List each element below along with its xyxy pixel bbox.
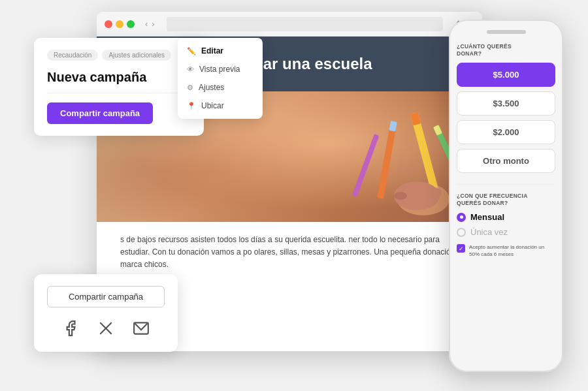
social-share-icons <box>47 317 165 340</box>
svg-rect-5 <box>389 121 397 132</box>
radio-once-dot <box>457 228 466 237</box>
phone-content: ¿CUÁNTO QUERÉSDONAR? $5.000 $3.500 $2.00… <box>449 43 563 258</box>
forward-arrow-icon[interactable]: › <box>152 19 154 29</box>
amount-section-label: ¿CUÁNTO QUERÉSDONAR? <box>457 43 555 57</box>
radio-once-label: Única vez <box>470 227 508 237</box>
radio-mensual-dot <box>457 213 466 222</box>
increase-donation-checkbox[interactable]: Acepto aumentar la donación un 50% cada … <box>457 243 555 258</box>
frequency-section-label: ¿CON QUE FRECUENCIAQUERÉS DONAR? <box>457 193 555 207</box>
settings-icon: ⚙ <box>187 84 193 92</box>
svg-rect-2 <box>410 112 421 125</box>
phone-notch <box>487 30 526 34</box>
dropdown-item-preview[interactable]: 👁 Vista previa <box>178 60 263 78</box>
share-popup: Compartir campaña <box>34 274 178 352</box>
dropdown-label-preview: Vista previa <box>199 65 240 74</box>
phone-divider <box>457 184 555 185</box>
edit-icon: ✏️ <box>187 47 196 55</box>
radio-mensual-label: Mensual <box>470 212 504 222</box>
breadcrumb-item-2: Ajustes adicionales <box>102 50 171 61</box>
minimize-dot[interactable] <box>116 20 123 28</box>
dropdown-item-edit[interactable]: ✏️ Editar <box>178 42 263 60</box>
frequency-mensual[interactable]: Mensual <box>457 212 555 222</box>
mobile-phone: ¿CUÁNTO QUERÉSDONAR? $5.000 $3.500 $2.00… <box>449 20 563 372</box>
dropdown-item-locate[interactable]: 📍 Ubicar <box>178 97 263 115</box>
dropdown-label-locate: Ubicar <box>201 101 224 110</box>
breadcrumb-item-1: Recaudación <box>47 50 98 61</box>
checkbox-label: Acepto aumentar la donación un 50% cada … <box>469 243 555 258</box>
location-icon: 📍 <box>187 102 196 110</box>
window-controls <box>105 20 135 28</box>
facebook-share-icon[interactable] <box>59 317 82 340</box>
donation-amount-5000[interactable]: $5.000 <box>457 63 555 87</box>
svg-rect-8 <box>352 134 380 197</box>
maximize-dot[interactable] <box>127 20 135 28</box>
share-campaign-button[interactable]: Compartir campaña <box>47 102 153 124</box>
editor-card-title: Nueva campaña <box>47 70 191 93</box>
browser-navigation: ‹ › <box>145 19 155 29</box>
close-dot[interactable] <box>105 20 112 28</box>
dropdown-item-settings[interactable]: ⚙ Ajustes <box>178 78 263 97</box>
frequency-section: ¿CON QUE FRECUENCIAQUERÉS DONAR? Mensual… <box>457 193 555 237</box>
email-share-icon[interactable] <box>129 317 153 340</box>
eye-icon: 👁 <box>187 65 194 73</box>
donation-amount-3500[interactable]: $3.500 <box>457 91 555 116</box>
back-arrow-icon[interactable]: ‹ <box>145 19 148 29</box>
dropdown-label-edit: Editar <box>201 46 223 55</box>
address-bar[interactable] <box>167 17 443 31</box>
svg-point-14 <box>394 192 407 200</box>
share-popup-button[interactable]: Compartir campaña <box>47 286 165 307</box>
browser-toolbar: ‹ › ⬆ ⊡ <box>97 12 482 37</box>
frequency-once[interactable]: Única vez <box>457 227 555 237</box>
twitter-share-icon[interactable] <box>94 317 118 340</box>
donation-amount-other[interactable]: Otro monto <box>457 149 555 173</box>
editor-breadcrumb: Recaudación Ajustes adicionales <box>47 50 191 61</box>
donation-amount-2000[interactable]: $2.000 <box>457 120 555 144</box>
dropdown-label-settings: Ajustes <box>199 83 224 92</box>
editor-dropdown-menu: ✏️ Editar 👁 Vista previa ⚙ Ajustes 📍 Ubi… <box>178 38 263 119</box>
checkbox-icon <box>457 244 465 253</box>
svg-rect-4 <box>377 121 397 199</box>
svg-point-13 <box>429 188 442 197</box>
